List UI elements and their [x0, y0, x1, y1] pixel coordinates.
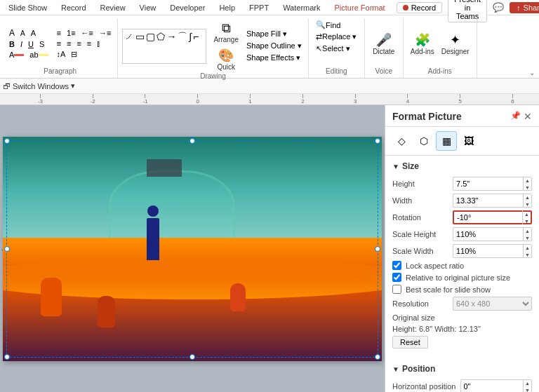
lock-aspect-checkbox[interactable] [392, 261, 401, 270]
shape-fill-btn[interactable]: Shape Fill ▾ [244, 29, 304, 39]
best-scale-checkbox[interactable] [392, 285, 401, 294]
font-color-btn[interactable]: A [7, 50, 26, 60]
menu-picture-format[interactable]: Picture Format [332, 2, 388, 13]
height-input[interactable] [453, 180, 523, 188]
record-button[interactable]: Record [397, 2, 442, 13]
freeform-icon[interactable]: ∫ [189, 31, 192, 62]
menu-review[interactable]: Review [98, 2, 128, 13]
arrange-button[interactable]: ⧉ Arrange [211, 20, 241, 45]
panel-close-btn[interactable]: ✕ [524, 111, 532, 122]
ruler-mark: 0 [171, 94, 224, 104]
tab-picture[interactable]: 🖼 [458, 131, 479, 151]
position-chevron-icon: ▼ [392, 365, 399, 373]
quick-styles-button[interactable]: 🎨 Quick [211, 46, 241, 72]
strikethrough-btn[interactable]: S [37, 39, 46, 49]
menu-view[interactable]: View [137, 2, 159, 13]
scale-height-spin: ▲ ▼ [523, 227, 531, 241]
tab-effects[interactable]: ⬡ [413, 131, 434, 151]
panel-pin-btn[interactable]: 📌 [510, 111, 521, 122]
menu-developer[interactable]: Developer [167, 2, 208, 13]
columns-btn[interactable]: ⫿ [95, 39, 103, 48]
tab-fill-line[interactable]: ◇ [391, 131, 412, 151]
arrow-icon[interactable]: → [166, 31, 176, 62]
underline-btn[interactable]: U [26, 39, 36, 49]
scale-height-spin-down[interactable]: ▼ [523, 234, 531, 241]
horizontal-position-row: Horizontal position ▲ ▼ [392, 379, 532, 392]
slide-area[interactable]: ◀ [0, 105, 385, 392]
scale-height-input-wrapper: ▲ ▼ [453, 227, 532, 241]
resolution-select[interactable]: 640 x 480 [453, 297, 532, 311]
rotation-input[interactable] [454, 213, 522, 222]
align-left[interactable]: ≡ [55, 39, 63, 48]
align-right[interactable]: ≡ [74, 39, 83, 48]
width-spin: ▲ ▼ [523, 194, 531, 208]
reset-button[interactable]: Reset [392, 336, 428, 349]
width-spin-up[interactable]: ▲ [523, 194, 531, 201]
horizontal-spin-up[interactable]: ▲ [523, 379, 531, 386]
scale-height-input[interactable] [453, 230, 523, 238]
pentagon-icon[interactable]: ⬠ [157, 31, 165, 62]
bullet-list[interactable]: ≡ [55, 28, 63, 38]
horizontal-position-input[interactable] [461, 382, 524, 391]
align-justify[interactable]: ≡ [85, 39, 93, 48]
replace-btn[interactable]: ⇄ Replace ▾ [314, 32, 359, 42]
ribbon-expand-btn[interactable]: ⌄ [528, 18, 536, 78]
height-spin-down[interactable]: ▼ [523, 184, 531, 191]
format-panel-scroll[interactable]: ▼ Size Height ▲ ▼ [385, 156, 539, 392]
horizontal-position-label: Horizontal position [392, 382, 456, 391]
position-section: ▼ Position Horizontal position ▲ ▼ [385, 358, 539, 392]
numbered-list[interactable]: 1≡ [65, 28, 78, 38]
bold-btn[interactable]: B [7, 39, 17, 49]
select-btn[interactable]: ↖ Select ▾ [314, 43, 352, 54]
relative-to-original-checkbox[interactable] [392, 273, 401, 282]
scale-width-spin-up[interactable]: ▲ [523, 244, 531, 251]
horizontal-spin-down[interactable]: ▼ [523, 386, 531, 392]
italic-btn[interactable]: I [18, 39, 25, 49]
dictate-button[interactable]: 🎤 Dictate [370, 31, 397, 57]
addins-button[interactable]: 🧩 Add-ins [408, 31, 437, 57]
shape-effects-btn[interactable]: Shape Effects ▾ [244, 53, 304, 63]
rotation-spin-down[interactable]: ▼ [522, 217, 531, 224]
switch-windows-btn[interactable]: 🗗 Switch Windows ▾ [3, 81, 75, 90]
line-icon[interactable]: ▭ [135, 31, 145, 62]
indent-increase[interactable]: →≡ [97, 28, 113, 38]
picture-icon: 🖼 [464, 135, 474, 147]
width-input[interactable] [453, 196, 523, 205]
width-input-wrapper: ▲ ▼ [453, 194, 532, 208]
menu-help[interactable]: Help [216, 2, 238, 13]
rounded-rect-icon[interactable]: ▢ [146, 31, 155, 62]
height-spin-up[interactable]: ▲ [523, 177, 531, 184]
menu-slide-show[interactable]: Slide Show [6, 2, 50, 13]
format-panel: Format Picture 📌 ✕ ◇ ⬡ ▦ 🖼 [385, 105, 539, 392]
text-direction[interactable]: ↕A [55, 49, 68, 60]
shapes-icon[interactable]: ⟋ [124, 31, 134, 62]
connector-icon[interactable]: ⌐ [193, 31, 199, 62]
tab-size-properties[interactable]: ▦ [436, 131, 457, 151]
indent-decrease[interactable]: ←≡ [79, 28, 95, 38]
scale-width-spin-down[interactable]: ▼ [523, 251, 531, 258]
ribbon-group-drawing: ⟋ ▭ ▢ ⬠ → ⌒ ∫ ⌐ ⧉ Arrange 🎨 Quick [118, 18, 308, 78]
font-size-decrease[interactable]: A [7, 27, 17, 39]
size-section-header[interactable]: ▼ Size [385, 158, 539, 174]
menu-fppt[interactable]: FPPT [246, 2, 272, 13]
clear-format[interactable]: A [29, 27, 38, 39]
shape-outline-btn[interactable]: Shape Outline ▾ [244, 41, 304, 51]
curve-icon[interactable]: ⌒ [178, 31, 187, 62]
designer-button[interactable]: ✦ Designer [439, 31, 472, 57]
scale-height-spin-up[interactable]: ▲ [523, 227, 531, 234]
highlight-btn[interactable]: ab [27, 50, 50, 60]
switch-windows-icon: 🗗 [3, 82, 11, 90]
comment-icon[interactable]: 💬 [493, 2, 504, 13]
width-spin-down[interactable]: ▼ [523, 201, 531, 208]
paragraph-controls: A A A B I U S A ab [7, 20, 113, 67]
menu-record[interactable]: Record [58, 2, 88, 13]
position-section-header[interactable]: ▼ Position [385, 361, 539, 377]
menu-watermark[interactable]: Watermark [280, 2, 323, 13]
share-button[interactable]: ↑ Share [510, 2, 539, 13]
scale-width-input[interactable] [453, 247, 523, 255]
convert-to-smartart[interactable]: ⊟ [69, 49, 79, 60]
font-size-increase[interactable]: A [18, 27, 27, 39]
align-center[interactable]: ≡ [65, 39, 73, 48]
find-btn[interactable]: 🔍 Find [314, 20, 342, 30]
rotation-spin-up[interactable]: ▲ [522, 210, 531, 217]
